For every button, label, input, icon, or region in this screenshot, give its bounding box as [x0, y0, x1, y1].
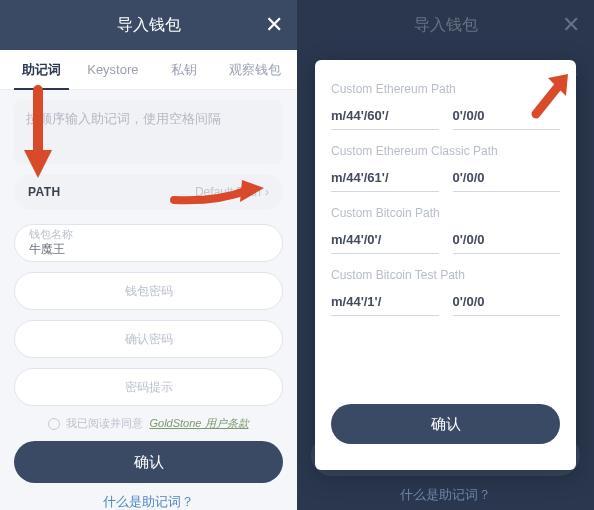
path-suffix-input[interactable]: 0'/0/0	[453, 288, 561, 316]
password-hint-field[interactable]: 密码提示	[14, 368, 283, 406]
modal-confirm-button[interactable]: 确认	[331, 404, 560, 444]
confirm-password-label: 确认密码	[125, 333, 173, 345]
tab-mnemonic[interactable]: 助记词	[6, 51, 77, 89]
path-value: Default Path ›	[195, 185, 269, 199]
path-prefix-input[interactable]: m/44'/61'/	[331, 164, 439, 192]
path-prefix-input[interactable]: m/44'/60'/	[331, 102, 439, 130]
form-content: 按顺序输入助记词，使用空格间隔 PATH Default Path › 钱包名称…	[0, 90, 297, 510]
mnemonic-placeholder: 按顺序输入助记词，使用空格间隔	[26, 111, 221, 126]
confirm-password-field[interactable]: 确认密码	[14, 320, 283, 358]
terms-prefix: 我已阅读并同意	[66, 416, 143, 431]
chevron-right-icon: ›	[265, 185, 269, 199]
terms-link[interactable]: GoldStone 用户条款	[149, 416, 248, 431]
path-group-label: Custom Bitcoin Path	[331, 206, 560, 220]
path-group-label: Custom Ethereum Classic Path	[331, 144, 560, 158]
path-pair: m/44'/1'/ 0'/0/0	[331, 288, 560, 316]
path-suffix-input[interactable]: 0'/0/0	[453, 164, 561, 192]
path-group-label: Custom Bitcoin Test Path	[331, 268, 560, 282]
password-hint-label: 密码提示	[125, 381, 173, 393]
what-is-mnemonic-link[interactable]: 什么是助记词？	[14, 493, 283, 510]
path-prefix-input[interactable]: m/44'/1'/	[331, 288, 439, 316]
terms-row: 我已阅读并同意 GoldStone 用户条款	[14, 416, 283, 431]
path-prefix-input[interactable]: m/44'/0'/	[331, 226, 439, 254]
terms-checkbox[interactable]	[48, 418, 60, 430]
app-header: 导入钱包 ✕	[0, 0, 297, 50]
screen-path-modal: 导入钱包 ✕ 助记词 Keystore 私钥 观察钱包 确认 什么是助记词？ C…	[297, 0, 594, 510]
confirm-button[interactable]: 确认	[14, 441, 283, 483]
wallet-name-value: 牛魔王	[29, 241, 268, 258]
path-pair: m/44'/61'/ 0'/0/0	[331, 164, 560, 192]
screen-import-wallet: 导入钱包 ✕ 助记词 Keystore 私钥 观察钱包 按顺序输入助记词，使用空…	[0, 0, 297, 510]
path-label: PATH	[28, 185, 61, 199]
tab-keystore[interactable]: Keystore	[77, 52, 148, 87]
wallet-password-label: 钱包密码	[125, 285, 173, 297]
mnemonic-textarea[interactable]: 按顺序输入助记词，使用空格间隔	[14, 100, 283, 164]
tab-watch-wallet[interactable]: 观察钱包	[220, 51, 291, 89]
import-method-tabs: 助记词 Keystore 私钥 观察钱包	[0, 50, 297, 90]
wallet-name-field[interactable]: 钱包名称 牛魔王	[14, 224, 283, 262]
path-suffix-input[interactable]: 0'/0/0	[453, 226, 561, 254]
path-suffix-input[interactable]: 0'/0/0	[453, 102, 561, 130]
close-icon[interactable]: ✕	[265, 12, 283, 38]
custom-path-modal: Custom Ethereum Path m/44'/60'/ 0'/0/0 C…	[315, 60, 576, 470]
wallet-password-field[interactable]: 钱包密码	[14, 272, 283, 310]
wallet-name-label: 钱包名称	[29, 229, 268, 240]
what-is-mnemonic-link: 什么是助记词？	[297, 486, 594, 504]
path-group-label: Custom Ethereum Path	[331, 82, 560, 96]
header-title: 导入钱包	[117, 15, 181, 36]
tab-private-key[interactable]: 私钥	[149, 51, 220, 89]
path-pair: m/44'/0'/ 0'/0/0	[331, 226, 560, 254]
path-selector[interactable]: PATH Default Path ›	[14, 174, 283, 210]
path-pair: m/44'/60'/ 0'/0/0	[331, 102, 560, 130]
